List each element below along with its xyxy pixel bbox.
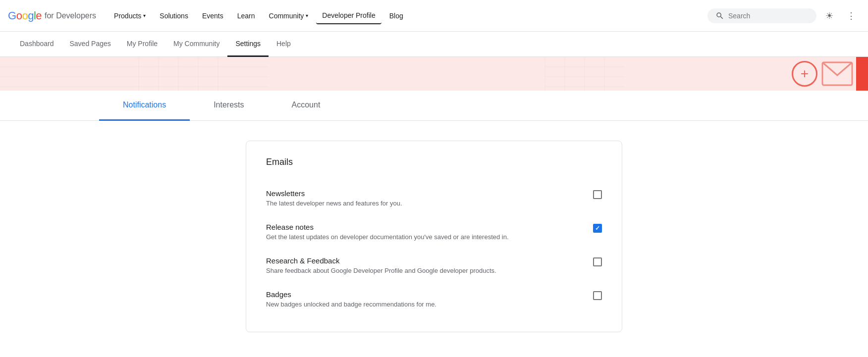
banner: + xyxy=(0,57,868,91)
checkbox-newsletters[interactable] xyxy=(593,190,602,199)
email-name-release-notes: Release notes xyxy=(266,223,509,231)
checkbox-release-notes-box[interactable] xyxy=(593,224,602,233)
main-content: Emails Newsletters The latest developer … xyxy=(137,141,731,332)
search-input[interactable] xyxy=(728,12,809,20)
email-desc-release-notes: Get the latest updates on developer docu… xyxy=(266,233,509,241)
emails-title: Emails xyxy=(266,157,602,167)
chevron-down-icon: ▾ xyxy=(306,13,308,18)
email-info-newsletters: Newsletters The latest developer news an… xyxy=(266,189,402,207)
email-info-badges: Badges New badges unlocked and badge rec… xyxy=(266,290,436,308)
google-logo: Google xyxy=(8,9,42,22)
nav-links: Products ▾ Solutions Events Learn Commun… xyxy=(108,7,707,24)
checkbox-research-feedback[interactable] xyxy=(593,257,602,266)
email-row-newsletters: Newsletters The latest developer news an… xyxy=(266,181,602,215)
chevron-down-icon: ▾ xyxy=(143,13,146,18)
email-name-research-feedback: Research & Feedback xyxy=(266,256,496,265)
checkbox-research-feedback-box[interactable] xyxy=(593,257,602,266)
subnav-item-my-community[interactable]: My Community xyxy=(165,32,227,57)
subnav-item-my-profile[interactable]: My Profile xyxy=(119,32,165,57)
tab-account[interactable]: Account xyxy=(268,91,344,121)
nav-right: ☀ ⋮ xyxy=(707,7,860,25)
circle-plus-icon: + xyxy=(792,61,817,87)
nav-item-learn[interactable]: Learn xyxy=(231,8,261,24)
checkbox-badges-box[interactable] xyxy=(593,291,602,300)
settings-tabs: Notifications Interests Account xyxy=(0,91,868,121)
subnav-item-settings[interactable]: Settings xyxy=(227,32,269,57)
checkbox-badges[interactable] xyxy=(593,291,602,300)
nav-item-products[interactable]: Products ▾ xyxy=(108,8,152,24)
email-name-badges: Badges xyxy=(266,290,436,299)
sub-navigation: Dashboard Saved Pages My Profile My Comm… xyxy=(0,32,868,57)
email-row-release-notes: Release notes Get the latest updates on … xyxy=(266,215,602,249)
emails-card: Emails Newsletters The latest developer … xyxy=(246,141,622,332)
email-info-release-notes: Release notes Get the latest updates on … xyxy=(266,223,509,241)
email-row-badges: Badges New badges unlocked and badge rec… xyxy=(266,282,602,316)
email-row-research-feedback: Research & Feedback Share feedback about… xyxy=(266,249,602,282)
banner-icons: + xyxy=(792,57,868,91)
more-options-button[interactable]: ⋮ xyxy=(842,7,860,25)
subnav-item-saved-pages[interactable]: Saved Pages xyxy=(62,32,119,57)
email-name-newsletters: Newsletters xyxy=(266,189,402,198)
subnav-item-dashboard[interactable]: Dashboard xyxy=(12,32,62,57)
subnav-item-help[interactable]: Help xyxy=(269,32,299,57)
banner-decoration xyxy=(0,57,868,91)
nav-item-blog[interactable]: Blog xyxy=(383,8,409,24)
nav-item-developer-profile[interactable]: Developer Profile xyxy=(316,7,381,24)
tab-interests[interactable]: Interests xyxy=(190,91,268,121)
top-navigation: Google for Developers Products ▾ Solutio… xyxy=(0,0,868,32)
email-info-research-feedback: Research & Feedback Share feedback about… xyxy=(266,256,496,274)
email-desc-research-feedback: Share feedback about Google Developer Pr… xyxy=(266,267,496,274)
nav-item-events[interactable]: Events xyxy=(196,8,229,24)
logo[interactable]: Google for Developers xyxy=(8,9,96,22)
nav-item-solutions[interactable]: Solutions xyxy=(154,8,194,24)
logo-suffix: for Developers xyxy=(45,11,96,20)
email-desc-newsletters: The latest developer news and features f… xyxy=(266,200,402,207)
nav-item-community[interactable]: Community ▾ xyxy=(263,8,315,24)
search-icon xyxy=(715,11,724,20)
theme-toggle-button[interactable]: ☀ xyxy=(820,7,838,25)
search-box[interactable] xyxy=(707,8,816,23)
tab-notifications[interactable]: Notifications xyxy=(99,91,190,121)
red-strip-decoration xyxy=(856,57,868,91)
envelope-icon xyxy=(821,61,853,86)
checkbox-newsletters-box[interactable] xyxy=(593,190,602,199)
email-desc-badges: New badges unlocked and badge recommenda… xyxy=(266,301,436,308)
checkbox-release-notes[interactable] xyxy=(593,224,602,233)
